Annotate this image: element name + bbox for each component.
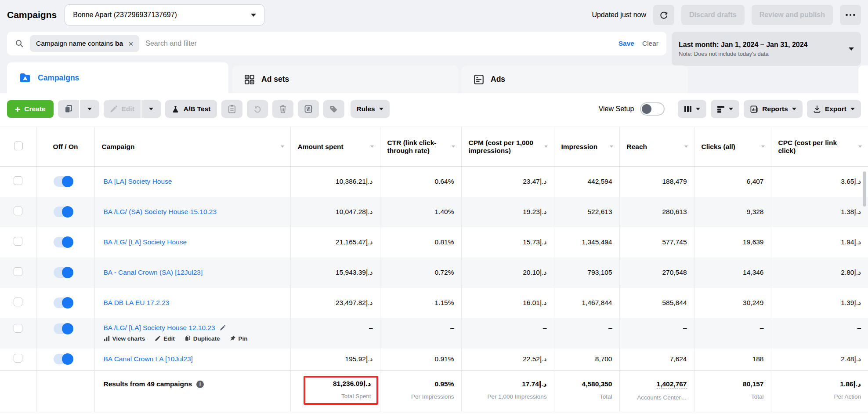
campaign-link[interactable]: BA /LG/ [LA] Society House xyxy=(104,238,187,246)
view-charts-action[interactable]: View charts xyxy=(104,335,145,342)
campaign-toggle[interactable] xyxy=(54,176,73,187)
duplicate-button[interactable] xyxy=(58,100,79,118)
date-range-selector[interactable]: Last month: Jan 1, 2024 – Jan 31, 2024 N… xyxy=(672,32,861,66)
campaign-toggle[interactable] xyxy=(54,207,73,217)
columns-button[interactable] xyxy=(678,100,706,118)
chevron-down-icon xyxy=(379,108,383,110)
paste-button[interactable] xyxy=(221,100,242,118)
edit-placements-button[interactable] xyxy=(298,100,319,118)
review-publish-button[interactable]: Review and publish xyxy=(752,5,833,25)
cell-cpc: 1.94د.إ xyxy=(771,227,868,258)
column-header-reach[interactable]: Reach xyxy=(619,127,694,167)
more-icon xyxy=(846,14,855,16)
campaign-row: BA Canal Crown LA [10Jul23]195.92د.إ0.91… xyxy=(0,349,868,370)
breakdown-button[interactable] xyxy=(711,100,739,118)
content-panel: + Create Edit A/B Test xyxy=(0,93,868,414)
filter-chip[interactable]: Campaign name contains ba × xyxy=(30,35,139,52)
column-header-clicks[interactable]: Clicks (all) xyxy=(694,127,771,167)
undo-button[interactable] xyxy=(247,100,268,118)
cell-cpc: 1.38د.إ xyxy=(771,197,868,227)
cell-total-cpc: 1.86د.إPer Action xyxy=(771,370,868,412)
ad-sets-grid-icon xyxy=(244,74,255,85)
duplicate-icon xyxy=(64,105,73,113)
duplicate-dropdown-button[interactable] xyxy=(80,100,99,118)
cell-ctr: 0.91% xyxy=(380,349,461,370)
cell-reach: 280,613 xyxy=(619,197,694,227)
column-header-campaign[interactable]: Campaign xyxy=(94,127,290,167)
campaign-link[interactable]: BA /LG/ (SA) Society House 15.10.23 xyxy=(104,208,217,216)
tag-button[interactable] xyxy=(323,100,344,118)
search-icon xyxy=(15,39,24,48)
campaign-link[interactable]: BA [LA] Society House xyxy=(104,178,172,185)
delete-button[interactable] xyxy=(272,100,293,118)
reports-button[interactable]: Reports xyxy=(744,100,803,118)
column-header-ctr[interactable]: CTR (link click-through rate) xyxy=(380,127,461,167)
ab-test-button[interactable]: A/B Test xyxy=(165,100,217,118)
edit-dropdown-button[interactable] xyxy=(141,100,161,118)
row-checkbox[interactable] xyxy=(14,176,22,185)
column-header-amount-spent[interactable]: Amount spent xyxy=(290,127,380,167)
campaign-toggle[interactable] xyxy=(54,267,73,278)
clear-filter-button[interactable]: Clear xyxy=(642,40,658,47)
discard-drafts-button[interactable]: Discard drafts xyxy=(681,5,745,25)
campaign-row: BA /LG/ (SA) Society House 15.10.2310,04… xyxy=(0,197,868,227)
edit-name-icon[interactable] xyxy=(220,325,226,331)
cell-reach: – xyxy=(619,318,694,349)
tab-campaigns[interactable]: Campaigns xyxy=(7,62,228,93)
refresh-button[interactable] xyxy=(653,5,674,25)
cell-impressions: 8,700 xyxy=(554,349,619,370)
column-header-impression[interactable]: Impression xyxy=(554,127,619,167)
row-checkbox[interactable] xyxy=(14,267,22,276)
save-filter-button[interactable]: Save xyxy=(618,40,634,47)
cell-reach: 577,745 xyxy=(619,227,694,258)
rules-button[interactable]: Rules xyxy=(351,100,390,118)
chevron-down-icon xyxy=(849,47,854,51)
swap-arrows-icon xyxy=(304,105,313,113)
edit-action[interactable]: Edit xyxy=(155,335,175,342)
search-bar[interactable]: Campaign name contains ba × Search and f… xyxy=(7,32,666,55)
create-button[interactable]: + Create xyxy=(7,100,54,118)
select-all-checkbox[interactable] xyxy=(14,142,23,150)
campaign-link[interactable]: BA /LG/ [LA] Society House 12.10.23 xyxy=(104,324,215,332)
campaign-toggle[interactable] xyxy=(54,298,73,308)
row-checkbox[interactable] xyxy=(14,237,22,246)
cell-cpc: 2.48د.إ xyxy=(771,349,868,370)
tab-label: Ads xyxy=(491,75,505,84)
row-checkbox[interactable] xyxy=(14,324,22,333)
info-icon[interactable]: i xyxy=(196,381,204,388)
export-button[interactable]: Export xyxy=(807,100,861,118)
view-setup-toggle[interactable] xyxy=(640,102,665,116)
select-all-header xyxy=(0,127,36,167)
campaign-link[interactable]: BA - Canal Crown (SA) [12Jul23] xyxy=(104,269,203,276)
cell-campaign: BA /LG/ [LA] Society House xyxy=(94,227,290,258)
tag-icon xyxy=(329,105,338,113)
close-icon[interactable]: × xyxy=(128,40,133,48)
row-checkbox[interactable] xyxy=(14,298,22,306)
account-selector[interactable]: Bonne Apart (237296937137697) xyxy=(65,4,264,25)
campaign-toggle[interactable] xyxy=(54,354,73,364)
clipboard-icon xyxy=(228,105,236,113)
row-checkbox[interactable] xyxy=(14,207,22,215)
campaign-toggle[interactable] xyxy=(54,237,73,247)
campaign-link[interactable]: BA DB LA EU 17.2.23 xyxy=(104,299,170,307)
more-options-button[interactable] xyxy=(840,5,861,25)
vertical-scrollbar[interactable] xyxy=(863,171,866,207)
cell-cpm: 23.47د.إ xyxy=(461,167,554,197)
campaign-toggle[interactable] xyxy=(54,323,73,334)
campaign-link[interactable]: BA Canal Crown LA [10Jul23] xyxy=(104,355,193,363)
row-actions: View chartsEditDuplicatePin xyxy=(104,335,286,342)
search-input[interactable]: Search and filter xyxy=(145,40,197,47)
duplicate-action[interactable]: Duplicate xyxy=(184,335,220,342)
tab-ads[interactable]: Ads xyxy=(462,65,688,93)
tab-ad-sets[interactable]: Ad sets xyxy=(232,65,458,93)
cell-cpc: 3.65د.إ xyxy=(771,167,868,197)
row-checkbox[interactable] xyxy=(14,354,22,363)
column-header-cpc[interactable]: CPC (cost per link click) xyxy=(771,127,868,167)
pencil-icon xyxy=(110,105,118,113)
cell-amount: 10,047.28د.إ xyxy=(290,197,380,227)
filter-row: Campaign name contains ba × Search and f… xyxy=(7,32,861,66)
pin-action[interactable]: Pin xyxy=(230,335,248,342)
column-header-cpm[interactable]: CPM (cost per 1,000 impressions) xyxy=(461,127,554,167)
cell-amount: 21,165.47د.إ xyxy=(290,227,380,258)
edit-button[interactable]: Edit xyxy=(104,100,141,118)
